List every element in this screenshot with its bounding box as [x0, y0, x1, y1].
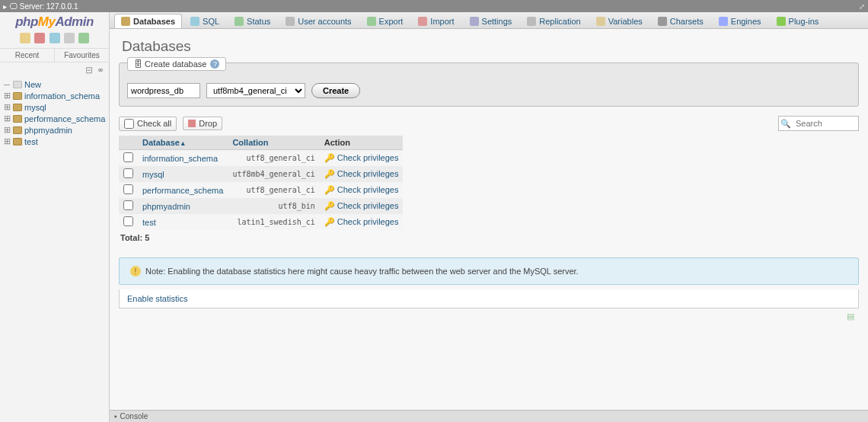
tree-new[interactable]: ─New: [3, 79, 109, 90]
db-link[interactable]: phpmyadmin: [142, 202, 190, 211]
content: Databases 🗄 Create database ? utf8mb4_ge…: [110, 29, 868, 422]
tab-engines[interactable]: Engines: [712, 14, 768, 28]
action-bar: Check all Drop 🔍: [119, 116, 859, 131]
database-table: Database Collation Action information_sc…: [119, 136, 403, 230]
notice-box: ! Note: Enabling the database statistics…: [119, 257, 859, 285]
tc-rep-icon: [527, 17, 536, 26]
server-label: 🖵 Server: 127.0.0.1: [10, 2, 78, 11]
row-checkbox[interactable]: [123, 168, 133, 178]
tree-item[interactable]: ⊞information_schema: [3, 90, 109, 101]
search-input[interactable]: [793, 117, 858, 130]
server-bar: ▸ 🖵 Server: 127.0.0.1 ⤢: [0, 0, 868, 12]
drop-button[interactable]: Drop: [183, 117, 222, 130]
check-privileges-link[interactable]: Check privileges: [337, 169, 399, 178]
table-row: phpmyadminutf8_bin🔑Check privileges: [119, 198, 403, 214]
check-all-box[interactable]: [124, 119, 134, 129]
privileges-icon: 🔑: [324, 153, 335, 162]
db-link[interactable]: information_schema: [142, 154, 218, 163]
tab-export[interactable]: Export: [360, 14, 410, 28]
tree-collapse-icon[interactable]: ⊟: [85, 65, 93, 75]
help-icon[interactable]: ?: [210, 59, 219, 69]
row-checkbox[interactable]: [123, 200, 133, 210]
home-icon[interactable]: [20, 33, 30, 43]
row-collation: utf8mb4_general_ci: [228, 166, 319, 182]
tree-item[interactable]: ⊞test: [3, 136, 109, 147]
tc-status-icon: [235, 17, 244, 26]
total-row: Total: 5: [119, 230, 859, 245]
tree-link-icon[interactable]: ⚭: [97, 65, 104, 75]
database-icon: [13, 115, 22, 123]
tab-variables[interactable]: Variables: [589, 14, 649, 28]
create-button[interactable]: Create: [311, 83, 360, 98]
tc-sql-icon: [190, 17, 199, 26]
check-privileges-link[interactable]: Check privileges: [337, 185, 399, 194]
reload-icon[interactable]: [78, 33, 89, 43]
tc-var-icon: [596, 17, 605, 26]
tab-sql[interactable]: SQL: [183, 14, 226, 28]
search-box: 🔍: [778, 116, 859, 131]
export-small-icon[interactable]: ▤: [847, 312, 854, 321]
db-name-input[interactable]: [127, 83, 200, 98]
sidebar: phpMyAdmin Recent Favourites ⊟ ⚭ ─New ⊞i…: [0, 12, 110, 422]
tab-status[interactable]: Status: [228, 14, 277, 28]
table-row: performance_schemautf8_general_ci🔑Check …: [119, 182, 403, 198]
tab-import[interactable]: Import: [411, 14, 461, 28]
col-collation[interactable]: Collation: [228, 136, 319, 150]
col-database[interactable]: Database: [138, 136, 228, 150]
console-icon: ▪: [114, 412, 117, 420]
database-icon: [13, 126, 22, 134]
logo: phpMyAdmin: [0, 12, 109, 31]
privileges-icon: 🔑: [324, 217, 335, 226]
check-privileges-link[interactable]: Check privileges: [337, 217, 399, 226]
database-icon: [13, 138, 22, 145]
enable-statistics[interactable]: Enable statistics: [119, 289, 859, 309]
tab-charsets[interactable]: Charsets: [651, 14, 710, 28]
console-bar[interactable]: ▪ Console: [110, 410, 868, 422]
row-checkbox[interactable]: [123, 152, 133, 162]
tc-plug-icon: [777, 17, 786, 26]
row-collation: latin1_swedish_ci: [228, 214, 319, 230]
check-privileges-link[interactable]: Check privileges: [337, 153, 399, 162]
sidebar-quick-icons: [0, 31, 109, 48]
tree-item[interactable]: ⊞mysql: [3, 101, 109, 113]
tc-eng-icon: [719, 17, 728, 26]
tab-recent[interactable]: Recent: [0, 49, 54, 62]
page-title: Databases: [122, 38, 859, 55]
warning-icon: !: [130, 266, 141, 277]
row-collation: utf8_general_ci: [228, 150, 319, 167]
tab-favourites[interactable]: Favourites: [54, 49, 109, 62]
tree-item[interactable]: ⊞phpmyadmin: [3, 124, 109, 136]
tc-import-icon: [418, 17, 427, 26]
logout-icon[interactable]: [34, 33, 45, 43]
database-icon: [13, 104, 22, 111]
row-checkbox[interactable]: [123, 216, 133, 226]
main: DatabasesSQLStatusUser accountsExportImp…: [110, 12, 868, 422]
tab-settings[interactable]: Settings: [463, 14, 519, 28]
table-row: mysqlutf8mb4_general_ci🔑Check privileges: [119, 166, 403, 182]
tab-plug-ins[interactable]: Plug-ins: [770, 14, 826, 28]
new-db-small-icon: 🗄: [134, 59, 142, 69]
search-icon: 🔍: [779, 119, 793, 129]
db-link[interactable]: mysql: [142, 170, 164, 179]
collapse-icon[interactable]: ⤢: [859, 2, 865, 11]
docs-icon[interactable]: [64, 33, 75, 43]
db-link[interactable]: performance_schema: [142, 186, 223, 195]
sql-window-icon[interactable]: [49, 33, 60, 43]
col-action: Action: [320, 136, 404, 150]
collation-select[interactable]: utf8mb4_general_ci: [206, 83, 305, 98]
tree-item[interactable]: ⊞performance_schema: [3, 113, 109, 124]
server-icon: ▸: [3, 2, 7, 11]
tab-replication[interactable]: Replication: [520, 14, 587, 28]
tc-users-icon: [286, 17, 295, 26]
drop-icon: [188, 120, 196, 127]
tc-char-icon: [658, 17, 667, 26]
create-database-legend: 🗄 Create database ?: [127, 57, 226, 71]
tab-databases[interactable]: Databases: [114, 14, 182, 28]
tc-export-icon: [367, 17, 376, 26]
check-all[interactable]: Check all: [119, 117, 177, 131]
row-collation: utf8_bin: [228, 198, 319, 214]
check-privileges-link[interactable]: Check privileges: [337, 201, 399, 210]
row-checkbox[interactable]: [123, 184, 133, 194]
tab-user-accounts[interactable]: User accounts: [279, 14, 358, 28]
db-link[interactable]: test: [142, 218, 156, 227]
